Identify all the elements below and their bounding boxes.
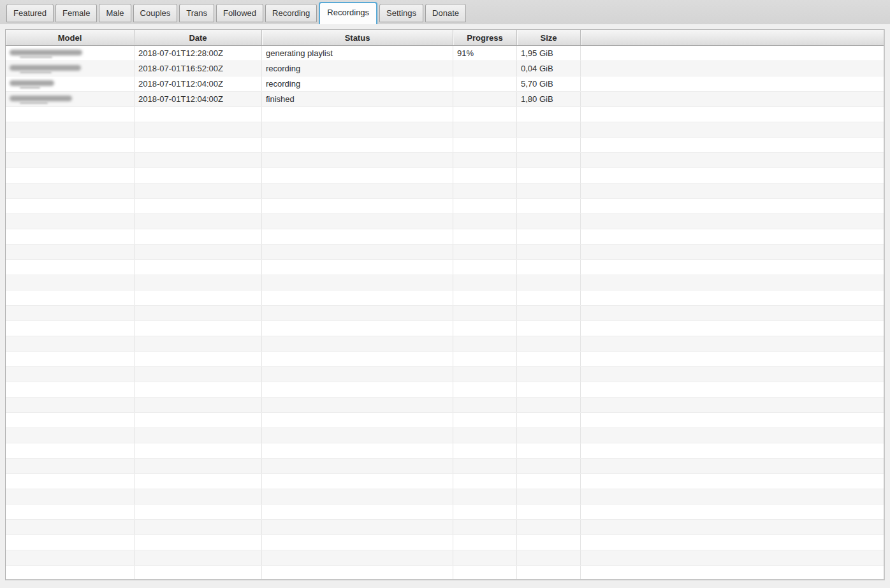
cell-date: 2018-07-01T12:04:00Z [135,92,262,106]
table-row-empty[interactable] [6,428,884,443]
table-row-empty[interactable] [6,275,884,290]
cell-size [517,352,581,366]
table-row-empty[interactable] [6,107,884,122]
redaction-blur [10,80,54,86]
content-pane: Model Date Status Progress Size 2018-07-… [0,24,890,585]
table-row-empty[interactable] [6,566,884,580]
cell-size [517,535,581,550]
table-row-empty[interactable] [6,138,884,153]
cell-status: recording [262,76,453,91]
cell-filler [581,168,884,183]
cell-status [262,474,453,489]
cell-size [517,428,581,443]
column-header-size[interactable]: Size [517,30,581,45]
table-row-empty[interactable] [6,398,884,413]
cell-status [262,168,453,183]
tab-male[interactable]: Male [99,4,131,22]
table-row-empty[interactable] [6,321,884,336]
table-row-empty[interactable] [6,306,884,321]
table-row-empty[interactable] [6,535,884,550]
table-row-empty[interactable] [6,443,884,459]
tab-recording[interactable]: Recording [265,4,317,22]
cell-size [517,336,581,351]
column-header-progress[interactable]: Progress [453,30,517,45]
table-row-empty[interactable] [6,367,884,382]
table-row-empty[interactable] [6,505,884,520]
cell-progress [453,367,517,382]
table-row-empty[interactable] [6,489,884,505]
table-row[interactable]: 2018-07-01T12:28:00Zgenerating playlist9… [6,46,884,61]
table-row-empty[interactable] [6,550,884,566]
cell-filler [581,352,884,366]
table-row-empty[interactable] [6,122,884,138]
tab-settings[interactable]: Settings [379,4,423,22]
table-row-empty[interactable] [6,520,884,535]
cell-progress [453,489,517,504]
cell-filler [581,214,884,229]
table-row[interactable]: 2018-07-01T12:04:00Zrecording5,70 GiB [6,76,884,92]
cell-date [135,489,262,504]
table-row-empty[interactable] [6,229,884,245]
cell-size [517,367,581,382]
cell-date [135,535,262,550]
cell-status: generating playlist [262,46,453,61]
table-row-empty[interactable] [6,290,884,306]
cell-size [517,520,581,534]
cell-model [6,367,135,382]
column-header-date[interactable]: Date [135,30,262,45]
cell-progress [453,535,517,550]
cell-status [262,367,453,382]
cell-date [135,550,262,565]
tab-couples[interactable]: Couples [133,4,178,22]
table-row[interactable]: 2018-07-01T12:04:00Zfinished1,80 GiB [6,92,884,107]
cell-date [135,336,262,351]
cell-status [262,382,453,397]
table-row[interactable]: 2018-07-01T16:52:00Zrecording0,04 GiB [6,61,884,76]
cell-model [6,61,135,76]
table-row-empty[interactable] [6,260,884,275]
tab-followed[interactable]: Followed [216,4,263,22]
table-row-empty[interactable] [6,245,884,260]
table-row-empty[interactable] [6,183,884,199]
table-row-empty[interactable] [6,352,884,367]
table-row-empty[interactable] [6,336,884,352]
cell-size: 5,70 GiB [517,76,581,91]
tab-recordings[interactable]: Recordings [319,2,377,24]
cell-model [6,92,135,106]
cell-status [262,336,453,351]
cell-status [262,428,453,443]
cell-status: finished [262,92,453,106]
table-header: Model Date Status Progress Size [6,30,884,46]
table-row-empty[interactable] [6,168,884,183]
cell-progress [453,245,517,259]
cell-size [517,413,581,427]
table-row-empty[interactable] [6,459,884,474]
cell-date [135,138,262,152]
cell-size [517,550,581,565]
cell-size: 1,95 GiB [517,46,581,61]
cell-size [517,122,581,137]
table-row-empty[interactable] [6,153,884,168]
cell-progress [453,459,517,473]
column-header-model[interactable]: Model [6,30,135,45]
cell-model [6,199,135,213]
cell-progress [453,199,517,213]
tab-female[interactable]: Female [55,4,97,22]
cell-date [135,229,262,244]
table-row-empty[interactable] [6,474,884,489]
cell-date [135,260,262,275]
table-row-empty[interactable] [6,214,884,229]
tab-featured[interactable]: Featured [6,4,54,22]
tab-donate[interactable]: Donate [425,4,466,22]
cell-filler [581,153,884,168]
cell-status [262,459,453,473]
table-row-empty[interactable] [6,199,884,214]
tab-trans[interactable]: Trans [179,4,214,22]
cell-date [135,413,262,427]
cell-date [135,382,262,397]
column-header-status[interactable]: Status [262,30,453,45]
cell-progress [453,306,517,320]
table-row-empty[interactable] [6,413,884,428]
cell-size [517,398,581,412]
table-row-empty[interactable] [6,382,884,398]
